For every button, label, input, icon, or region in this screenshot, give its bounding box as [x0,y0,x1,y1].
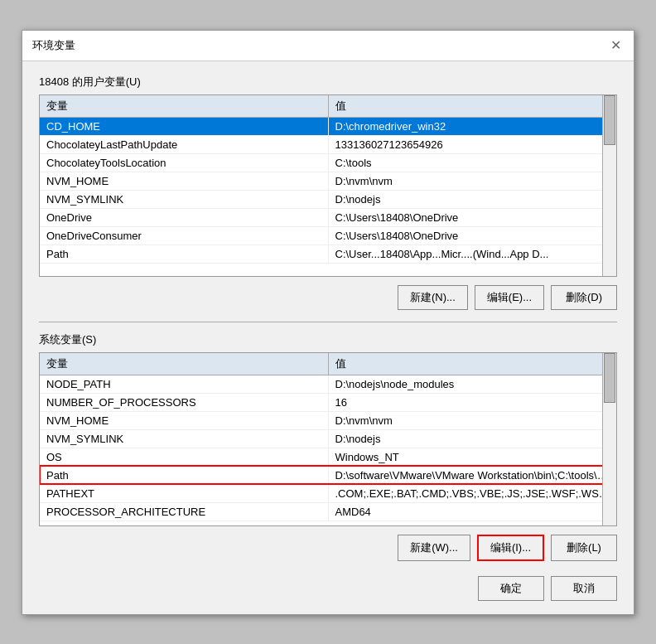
user-var-cell: ChocolateyToolsLocation [40,153,328,172]
user-var-cell: CD_HOME [40,117,328,135]
del-sys-button[interactable]: 删除(L) [551,535,617,561]
user-variables-table-container: 变量 值 CD_HOMED:\chromedriver_win32Chocola… [39,94,617,277]
user-table-row[interactable]: NVM_SYMLINKD:\nodejs [40,190,616,208]
user-buttons-row: 新建(N)...编辑(E)...删除(D) [39,285,617,310]
sys-val-cell: .COM;.EXE;.BAT;.CMD;.VBS;.VBE;.JS;.JSE;.… [328,484,616,502]
sys-table-row[interactable]: PATHEXT.COM;.EXE;.BAT;.CMD;.VBS;.VBE;.JS… [40,484,616,502]
dialog-title: 环境变量 [32,38,75,53]
user-val-cell: D:\nvm\nvm [328,172,616,190]
close-icon[interactable]: ✕ [607,37,624,54]
user-variables-table: 变量 值 CD_HOMED:\chromedriver_win32Chocola… [40,95,616,264]
user-var-cell: ChocolateyLastPathUpdate [40,135,328,153]
sys-var-cell: PROCESSOR_ARCHITECTURE [40,502,328,521]
sys-var-cell: OS [40,448,328,466]
user-val-cell: C:\Users\18408\OneDrive [328,208,616,226]
sys-val-cell: D:\software\VMware\VMware Workstation\bi… [328,466,616,484]
del-user-button[interactable]: 删除(D) [551,285,617,310]
user-var-cell: NVM_HOME [40,172,328,190]
user-table-row[interactable]: ChocolateyToolsLocationC:\tools [40,153,616,172]
user-table-row[interactable]: PathC:\User...18408\App...Micr....(Wind.… [40,245,616,263]
user-val-cell: 133136027123654926 [328,135,616,153]
sys-variables-table: 变量 值 NODE_PATHD:\nodejs\node_modulesNUMB… [40,353,616,521]
cancel-button[interactable]: 取消 [551,576,617,601]
user-table-row[interactable]: NVM_HOMED:\nvm\nvm [40,172,616,190]
sys-val-cell: D:\nodejs\node_modules [328,375,616,393]
sys-val-cell: 16 [328,393,616,411]
user-val-cell: D:\chromedriver_win32 [328,117,616,135]
sys-table-row[interactable]: PROCESSOR_ARCHITECTUREAMD64 [40,502,616,521]
edit-user-button[interactable]: 编辑(E)... [475,285,544,310]
sys-val-cell: D:\nodejs [328,429,616,448]
sys-table-row[interactable]: NVM_HOMED:\nvm\nvm [40,411,616,429]
user-var-cell: OneDrive [40,208,328,226]
sys-section-label: 系统变量(S) [39,332,617,347]
sys-variables-table-container: 变量 值 NODE_PATHD:\nodejs\node_modulesNUMB… [39,352,617,526]
sys-col-val: 值 [328,353,616,375]
user-val-cell: C:\tools [328,153,616,172]
sys-buttons-row: 新建(W)...编辑(I)...删除(L) [39,535,617,561]
new-sys-button[interactable]: 新建(W)... [398,535,470,561]
sys-scrollbar-thumb[interactable] [604,353,615,403]
sys-val-cell: Windows_NT [328,448,616,466]
sys-var-cell: Path [40,466,328,484]
user-scrollbar-thumb[interactable] [604,95,615,145]
user-scrollbar[interactable] [602,95,616,276]
sys-var-cell: NVM_SYMLINK [40,429,328,448]
user-val-cell: C:\Users\18408\OneDrive [328,226,616,245]
user-section-label: 18408 的用户变量(U) [39,75,617,90]
user-val-cell: C:\User...18408\App...Micr....(Wind...Ap… [328,245,616,263]
sys-table-row[interactable]: NUMBER_OF_PROCESSORS16 [40,393,616,411]
sys-col-var: 变量 [40,353,328,375]
sys-table-row[interactable]: NODE_PATHD:\nodejs\node_modules [40,375,616,393]
user-table-row[interactable]: ChocolateyLastPathUpdate1331360271236549… [40,135,616,153]
user-var-cell: NVM_SYMLINK [40,190,328,208]
sys-var-cell: NUMBER_OF_PROCESSORS [40,393,328,411]
dialog-body: 18408 的用户变量(U) 变量 值 CD_HOMED:\chromedriv… [22,61,634,614]
user-var-cell: OneDriveConsumer [40,226,328,245]
user-val-cell: D:\nodejs [328,190,616,208]
environment-variables-dialog: 环境变量 ✕ 18408 的用户变量(U) 变量 值 CD_HOMED:\chr… [22,30,634,615]
sys-table-row[interactable]: OSWindows_NT [40,448,616,466]
user-col-val: 值 [328,95,616,118]
new-user-button[interactable]: 新建(N)... [398,285,468,310]
bottom-buttons-row: 确定取消 [39,573,617,601]
user-table-row[interactable]: OneDriveC:\Users\18408\OneDrive [40,208,616,226]
user-table-row[interactable]: OneDriveConsumerC:\Users\18408\OneDrive [40,226,616,245]
ok-button[interactable]: 确定 [478,576,544,601]
sys-var-cell: PATHEXT [40,484,328,502]
sys-table-row[interactable]: PathD:\software\VMware\VMware Workstatio… [40,466,616,484]
sys-val-cell: AMD64 [328,502,616,521]
sys-var-cell: NODE_PATH [40,375,328,393]
user-col-var: 变量 [40,95,328,118]
sys-scrollbar[interactable] [602,353,616,525]
user-table-row[interactable]: CD_HOMED:\chromedriver_win32 [40,117,616,135]
sys-var-cell: NVM_HOME [40,411,328,429]
sys-table-row[interactable]: NVM_SYMLINKD:\nodejs [40,429,616,448]
sys-val-cell: D:\nvm\nvm [328,411,616,429]
user-var-cell: Path [40,245,328,263]
edit-sys-button[interactable]: 编辑(I)... [477,535,544,561]
title-bar: 环境变量 ✕ [22,31,634,61]
section-divider [39,322,617,322]
